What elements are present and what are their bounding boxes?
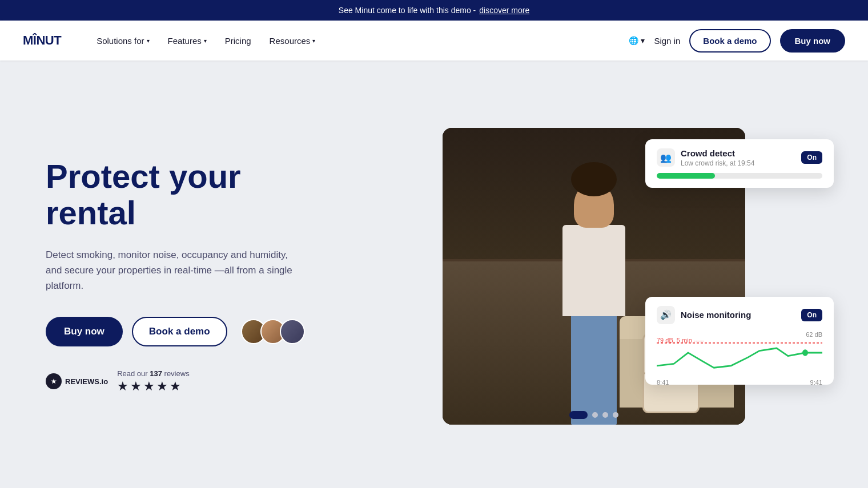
- reviews-io-icon: ★: [46, 373, 62, 389]
- hero-buy-now-button[interactable]: Buy now: [46, 317, 123, 346]
- reviews-suffix: reviews: [164, 369, 190, 378]
- star-icon: ★: [117, 379, 128, 394]
- reviews-brand: REVIEWS.io: [65, 377, 108, 386]
- carousel-dots: [569, 411, 618, 419]
- reviews-section: ★ REVIEWS.io Read our 137 reviews ★ ★ ★ …: [46, 369, 365, 394]
- top-banner: See Minut come to life with this demo - …: [0, 0, 868, 21]
- noise-chart: 79 dB, 5 min ----- 62 dB 8:41 9:41: [657, 330, 822, 376]
- hero-visual: 👥 Crowd detect Low crowd risk, at 19:54 …: [365, 122, 822, 430]
- language-selector[interactable]: 🌐 ▾: [629, 36, 645, 45]
- nav-book-demo-button[interactable]: Book a demo: [689, 29, 770, 53]
- crowd-title: Crowd detect: [681, 148, 754, 158]
- globe-icon: 🌐: [629, 36, 638, 45]
- avatar: [280, 319, 305, 344]
- hero-actions: Buy now Book a demo: [46, 317, 365, 346]
- star-icon: ★: [130, 379, 142, 394]
- chevron-down-icon: ▾: [147, 38, 150, 44]
- reviews-prefix: Read our: [117, 369, 147, 378]
- reviews-count: 137: [150, 369, 162, 378]
- logo-text: MÎNUT: [23, 33, 61, 48]
- hero-description: Detect smoking, monitor noise, occupancy…: [46, 247, 297, 294]
- carousel-dot[interactable]: [592, 412, 598, 418]
- svg-point-1: [802, 349, 808, 356]
- noise-icon: 🔊: [657, 306, 675, 324]
- star-icon: ★: [143, 379, 155, 394]
- star-icon: ★: [170, 379, 181, 394]
- crowd-card-header: 👥 Crowd detect Low crowd risk, at 19:54 …: [657, 148, 822, 167]
- crowd-subtitle: Low crowd risk, at 19:54: [681, 159, 754, 167]
- noise-threshold-label: 79 dB, 5 min -----: [657, 337, 704, 344]
- crowd-bar: [657, 173, 822, 179]
- logo[interactable]: MÎNUT: [23, 33, 61, 48]
- nav-solutions-label: Solutions for: [97, 36, 144, 46]
- noise-title-row: 🔊 Noise monitoring: [657, 306, 751, 324]
- crowd-status-badge: On: [801, 151, 822, 164]
- noise-time-start: 8:41: [657, 379, 669, 386]
- nav-features[interactable]: Features ▾: [161, 31, 214, 50]
- person-torso: [562, 225, 625, 316]
- star-rating: ★ ★ ★ ★ ★: [117, 379, 190, 394]
- noise-status-badge: On: [801, 309, 822, 321]
- person-legs: [571, 310, 617, 425]
- reviews-count-text: Read our 137 reviews: [117, 369, 190, 378]
- nav-solutions[interactable]: Solutions for ▾: [90, 31, 156, 50]
- crowd-icon: 👥: [657, 148, 675, 167]
- crowd-text: Crowd detect Low crowd risk, at 19:54: [681, 148, 754, 167]
- navigation: MÎNUT Solutions for ▾ Features ▾ Pricing…: [0, 21, 868, 61]
- noise-title: Noise monitoring: [681, 310, 751, 320]
- carousel-dot[interactable]: [613, 412, 618, 418]
- chevron-down-icon: ▾: [204, 38, 207, 44]
- banner-text: See Minut come to life with this demo -: [339, 6, 476, 15]
- reviews-info: Read our 137 reviews ★ ★ ★ ★ ★: [117, 369, 190, 394]
- sign-in-link[interactable]: Sign in: [654, 36, 680, 46]
- nav-pricing-label: Pricing: [225, 36, 251, 46]
- nav-features-label: Features: [168, 36, 202, 46]
- nav-buy-now-button[interactable]: Buy now: [780, 29, 846, 53]
- carousel-dot-active[interactable]: [569, 411, 588, 419]
- hero-book-demo-button[interactable]: Book a demo: [132, 317, 227, 346]
- star-icon: ★: [156, 379, 168, 394]
- hero-title-line1: Protect your: [46, 158, 241, 195]
- nav-right: 🌐 ▾ Sign in Book a demo Buy now: [629, 29, 845, 53]
- noise-time-end: 9:41: [810, 379, 822, 386]
- hero-title-line2: rental: [46, 194, 136, 231]
- person-hair: [571, 162, 617, 196]
- reviews-io-badge[interactable]: ★ REVIEWS.io: [46, 373, 108, 389]
- noise-current-value: 62 dB: [806, 331, 822, 338]
- hero-title: Protect your rental: [46, 158, 365, 231]
- nav-resources-label: Resources: [270, 36, 311, 46]
- carousel-dot[interactable]: [602, 412, 608, 418]
- noise-card-header: 🔊 Noise monitoring On: [657, 306, 822, 324]
- crowd-detect-card: 👥 Crowd detect Low crowd risk, at 19:54 …: [645, 139, 834, 188]
- nav-pricing[interactable]: Pricing: [218, 31, 258, 50]
- nav-links: Solutions for ▾ Features ▾ Pricing Resou…: [90, 31, 629, 50]
- chevron-down-icon: ▾: [312, 38, 315, 44]
- hero-section: Protect your rental Detect smoking, moni…: [0, 61, 868, 488]
- banner-link[interactable]: discover more: [479, 6, 529, 15]
- crowd-title-row: 👥 Crowd detect Low crowd risk, at 19:54: [657, 148, 754, 167]
- nav-resources[interactable]: Resources ▾: [263, 31, 323, 50]
- hero-content: Protect your rental Detect smoking, moni…: [46, 158, 365, 393]
- team-avatars: [241, 319, 305, 344]
- noise-time-labels: 8:41 9:41: [657, 379, 822, 386]
- crowd-bar-fill: [657, 173, 715, 179]
- chevron-down-icon: ▾: [641, 36, 645, 45]
- noise-monitoring-card: 🔊 Noise monitoring On 79 dB, 5 min -----…: [645, 297, 834, 385]
